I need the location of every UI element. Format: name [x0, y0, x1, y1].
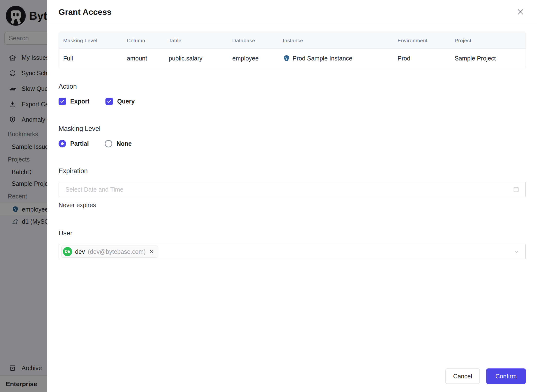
user-select[interactable]: DE dev (dev@bytebase.com): [59, 244, 526, 259]
chevron-down-icon[interactable]: [513, 248, 520, 255]
checkbox-label: Export: [70, 98, 89, 105]
date-input[interactable]: [59, 182, 513, 197]
action-section: Action Export Query: [59, 83, 526, 105]
expiration-note: Never expires: [59, 202, 526, 209]
radio-selected-icon: [59, 140, 66, 147]
cell-table: public.salary: [164, 49, 228, 68]
close-icon: [149, 249, 154, 254]
user-section: User DE dev (dev@bytebase.com): [59, 230, 526, 259]
modal-title: Grant Access: [59, 7, 112, 17]
radio-label: Partial: [70, 140, 89, 147]
col-header-column: Column: [122, 33, 164, 49]
checkbox-checked-icon: [105, 98, 113, 105]
avatar: DE: [63, 247, 72, 256]
grant-access-modal: Grant Access Masking Level Column Table: [47, 0, 537, 392]
close-button[interactable]: [515, 7, 526, 17]
masking-level-section: Masking Level Partial None: [59, 125, 526, 147]
cell-column: amount: [122, 49, 164, 68]
cell-database: employee: [228, 49, 278, 68]
user-tag: DE dev (dev@bytebase.com): [61, 246, 158, 258]
cell-masking-level: Full: [59, 49, 122, 68]
export-checkbox[interactable]: Export: [59, 98, 89, 105]
table-row: Full amount public.salary employee: [59, 49, 526, 68]
postgres-icon: [283, 55, 290, 62]
masking-level-title: Masking Level: [59, 125, 526, 133]
radio-label: None: [116, 140, 132, 147]
table-header-row: Masking Level Column Table Database Inst…: [59, 33, 526, 49]
col-header-masking-level: Masking Level: [59, 33, 122, 49]
masked-column-table: Masking Level Column Table Database Inst…: [59, 33, 526, 68]
user-title: User: [59, 230, 526, 237]
expiration-section: Expiration Never expires: [59, 167, 526, 209]
cell-project: Sample Project: [450, 49, 526, 68]
close-icon: [517, 8, 524, 16]
none-radio[interactable]: None: [105, 140, 132, 147]
modal-body: Masking Level Column Table Database Inst…: [47, 24, 537, 360]
checkbox-label: Query: [117, 98, 135, 105]
expiration-date-picker[interactable]: [59, 182, 526, 197]
col-header-environment: Environment: [393, 33, 450, 49]
confirm-button[interactable]: Confirm: [486, 368, 526, 384]
user-email: (dev@bytebase.com): [88, 248, 146, 255]
col-header-instance: Instance: [278, 33, 393, 49]
cancel-button[interactable]: Cancel: [445, 368, 480, 384]
instance-name: Prod Sample Instance: [293, 55, 352, 62]
cell-environment: Prod: [393, 49, 450, 68]
checkbox-checked-icon: [59, 98, 66, 105]
expiration-title: Expiration: [59, 167, 526, 175]
partial-radio[interactable]: Partial: [59, 140, 89, 147]
col-header-table: Table: [164, 33, 228, 49]
action-title: Action: [59, 83, 526, 90]
remove-user-button[interactable]: [149, 249, 154, 254]
cell-instance: Prod Sample Instance: [278, 49, 393, 68]
col-header-project: Project: [450, 33, 526, 49]
modal-footer: Cancel Confirm: [47, 360, 537, 392]
user-name: dev: [75, 248, 85, 255]
app-root: Bytebase My Issues Sync Schema Slow Q: [0, 0, 537, 392]
col-header-database: Database: [228, 33, 278, 49]
calendar-icon: [513, 186, 520, 193]
radio-unselected-icon: [105, 140, 112, 147]
query-checkbox[interactable]: Query: [105, 98, 135, 105]
modal-header: Grant Access: [47, 0, 537, 24]
